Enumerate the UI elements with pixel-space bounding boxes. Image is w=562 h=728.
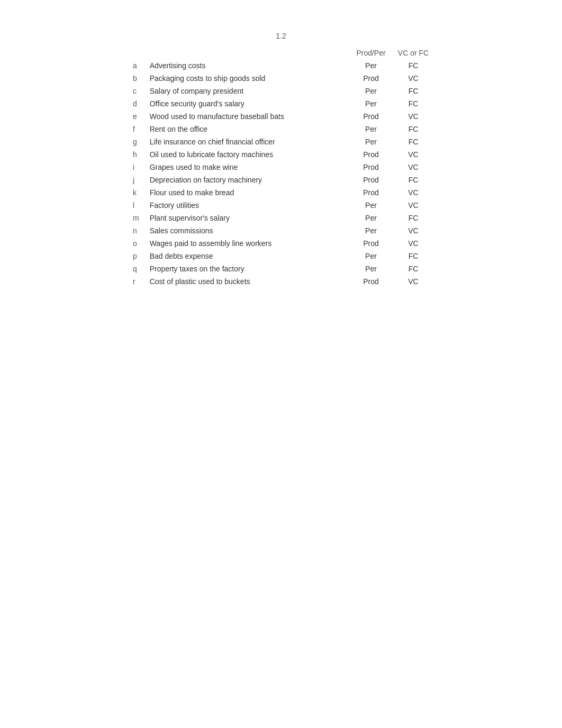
row-prod-per: Per — [350, 199, 392, 212]
row-description: Depreciation on factory machinery — [144, 174, 350, 186]
row-prod-per: Per — [350, 97, 392, 110]
row-letter: p — [128, 250, 144, 262]
row-description: Plant supervisor's salary — [144, 212, 350, 224]
table-header: Prod/Per VC or FC — [128, 47, 434, 59]
table-row: hOil used to lubricate factory machinesP… — [128, 148, 434, 161]
row-letter: a — [128, 59, 144, 72]
row-prod-per: Per — [350, 123, 392, 135]
row-vc-fc: FC — [392, 174, 434, 186]
row-prod-per: Prod — [350, 174, 392, 186]
row-description: Flour used to make bread — [144, 186, 350, 199]
row-description: Life insurance on chief financial office… — [144, 135, 350, 148]
table-row: mPlant supervisor's salaryPerFC — [128, 212, 434, 224]
row-letter: o — [128, 237, 144, 250]
row-description: Sales commissions — [144, 224, 350, 237]
row-prod-per: Prod — [350, 237, 392, 250]
row-letter: g — [128, 135, 144, 148]
row-prod-per: Prod — [350, 275, 392, 288]
row-vc-fc: FC — [392, 262, 434, 275]
row-prod-per: Per — [350, 135, 392, 148]
row-description: Factory utilities — [144, 199, 350, 212]
row-prod-per: Per — [350, 212, 392, 224]
row-vc-fc: VC — [392, 237, 434, 250]
row-vc-fc: FC — [392, 97, 434, 110]
row-description: Oil used to lubricate factory machines — [144, 148, 350, 161]
row-letter: b — [128, 72, 144, 85]
row-vc-fc: VC — [392, 199, 434, 212]
row-letter: l — [128, 199, 144, 212]
row-letter: k — [128, 186, 144, 199]
row-description: Packaging costs to ship goods sold — [144, 72, 350, 85]
row-letter: r — [128, 275, 144, 288]
table-row: jDepreciation on factory machineryProdFC — [128, 174, 434, 186]
row-description: Advertising costs — [144, 59, 350, 72]
row-prod-per: Prod — [350, 72, 392, 85]
row-description: Grapes used to make wine — [144, 161, 350, 174]
row-prod-per: Per — [350, 262, 392, 275]
col-header-prod-per: Prod/Per — [350, 47, 392, 59]
table-row: dOffice security guard's salaryPerFC — [128, 97, 434, 110]
page-container: 1.2 Prod/Per VC or FC aAdvertising costs… — [0, 0, 562, 288]
row-letter: i — [128, 161, 144, 174]
row-vc-fc: FC — [392, 59, 434, 72]
row-vc-fc: FC — [392, 85, 434, 97]
table-row: lFactory utilitiesPerVC — [128, 199, 434, 212]
content-box: 1.2 Prod/Per VC or FC aAdvertising costs… — [128, 32, 434, 288]
row-vc-fc: FC — [392, 212, 434, 224]
row-prod-per: Per — [350, 85, 392, 97]
row-description: Rent on the office — [144, 123, 350, 135]
row-vc-fc: VC — [392, 186, 434, 199]
row-letter: m — [128, 212, 144, 224]
header-row: Prod/Per VC or FC — [128, 47, 434, 59]
table-row: cSalary of company presidentPerFC — [128, 85, 434, 97]
row-description: Property taxes on the factory — [144, 262, 350, 275]
row-description: Wages paid to assembly line workers — [144, 237, 350, 250]
row-vc-fc: FC — [392, 135, 434, 148]
row-letter: q — [128, 262, 144, 275]
row-vc-fc: VC — [392, 161, 434, 174]
row-description: Wood used to manufacture baseball bats — [144, 110, 350, 123]
table-row: kFlour used to make breadProdVC — [128, 186, 434, 199]
col-header-letter — [128, 47, 144, 59]
row-prod-per: Per — [350, 250, 392, 262]
row-description: Salary of company president — [144, 85, 350, 97]
row-letter: n — [128, 224, 144, 237]
table-row: oWages paid to assembly line workersProd… — [128, 237, 434, 250]
row-vc-fc: VC — [392, 72, 434, 85]
row-vc-fc: VC — [392, 224, 434, 237]
row-prod-per: Per — [350, 59, 392, 72]
row-letter: d — [128, 97, 144, 110]
row-letter: j — [128, 174, 144, 186]
table-row: pBad debts expensePerFC — [128, 250, 434, 262]
table-row: bPackaging costs to ship goods soldProdV… — [128, 72, 434, 85]
row-prod-per: Prod — [350, 186, 392, 199]
row-letter: h — [128, 148, 144, 161]
main-table: Prod/Per VC or FC aAdvertising costsPerF… — [128, 47, 434, 288]
table-row: qProperty taxes on the factoryPerFC — [128, 262, 434, 275]
row-prod-per: Prod — [350, 161, 392, 174]
row-vc-fc: VC — [392, 110, 434, 123]
table-row: eWood used to manufacture baseball batsP… — [128, 110, 434, 123]
table-row: nSales commissionsPerVC — [128, 224, 434, 237]
row-prod-per: Per — [350, 224, 392, 237]
row-vc-fc: FC — [392, 123, 434, 135]
row-vc-fc: VC — [392, 148, 434, 161]
row-letter: e — [128, 110, 144, 123]
row-description: Office security guard's salary — [144, 97, 350, 110]
col-header-vc-fc: VC or FC — [392, 47, 434, 59]
row-prod-per: Prod — [350, 110, 392, 123]
table-row: gLife insurance on chief financial offic… — [128, 135, 434, 148]
row-letter: f — [128, 123, 144, 135]
row-prod-per: Prod — [350, 148, 392, 161]
row-description: Bad debts expense — [144, 250, 350, 262]
problem-number: 1.2 — [128, 32, 434, 40]
row-vc-fc: VC — [392, 275, 434, 288]
col-header-description — [144, 47, 350, 59]
table-row: fRent on the officePerFC — [128, 123, 434, 135]
table-body: aAdvertising costsPerFCbPackaging costs … — [128, 59, 434, 288]
table-row: aAdvertising costsPerFC — [128, 59, 434, 72]
row-vc-fc: FC — [392, 250, 434, 262]
row-letter: c — [128, 85, 144, 97]
table-row: iGrapes used to make wineProdVC — [128, 161, 434, 174]
table-row: rCost of plastic used to bucketsProdVC — [128, 275, 434, 288]
